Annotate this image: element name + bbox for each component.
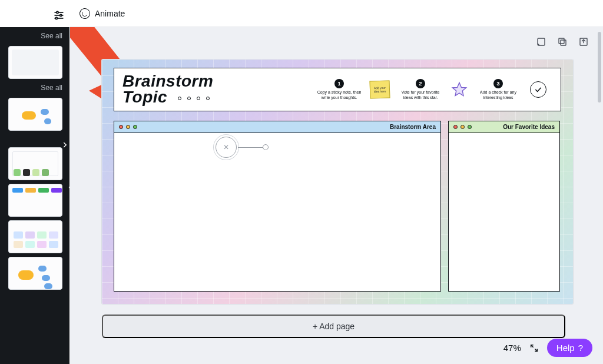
title-dots — [178, 97, 210, 100]
zoom-controls: 47% Help ? — [503, 339, 592, 357]
selected-element-handle[interactable]: ✕ — [213, 134, 269, 160]
chevron-right-icon[interactable] — [59, 139, 69, 151]
animate-icon — [79, 7, 91, 19]
window-dots — [119, 125, 137, 129]
whiteboard-page[interactable]: Brainstorm Topic 1 Copy a sticky note, t… — [102, 59, 573, 304]
step-2: 2 Vote for your favorite ideas with this… — [398, 79, 443, 100]
sticky-note-example: Add your idea here — [369, 80, 390, 98]
zoom-percentage[interactable]: 47% — [503, 343, 521, 353]
star-icon — [451, 81, 468, 98]
template-thumbnail[interactable] — [8, 220, 62, 253]
favorite-ideas-window[interactable]: Our Favorite Ideas — [448, 121, 560, 292]
notes-icon[interactable] — [536, 37, 546, 47]
svg-marker-18 — [452, 82, 466, 95]
slide-header-card[interactable]: Brainstorm Topic 1 Copy a sticky note, t… — [114, 68, 561, 111]
instruction-steps: 1 Copy a sticky note, then write your th… — [317, 79, 552, 100]
template-thumbnail[interactable] — [8, 98, 62, 131]
help-button[interactable]: Help ? — [547, 339, 592, 357]
svg-rect-14 — [561, 40, 566, 45]
see-all-link[interactable]: See all — [8, 31, 62, 44]
vertical-scrollbar[interactable] — [598, 32, 601, 102]
template-thumbnail[interactable] — [8, 147, 62, 180]
window-title: Our Favorite Ideas — [503, 124, 555, 130]
context-toolbar: Animate — [70, 0, 603, 27]
template-thumbnail[interactable] — [8, 257, 62, 290]
collapse-panel-handle[interactable] — [64, 177, 69, 198]
help-icon: ? — [578, 343, 583, 353]
slide-title[interactable]: Brainstorm Topic — [114, 69, 218, 110]
svg-point-7 — [57, 11, 58, 13]
fullscreen-icon[interactable] — [529, 343, 539, 353]
svg-rect-13 — [559, 38, 564, 44]
step-3: 3 Add a check for any interesting ideas — [476, 79, 521, 100]
step-1: 1 Copy a sticky note, then write your th… — [317, 79, 362, 100]
add-page-button[interactable]: + Add page — [102, 315, 565, 338]
duplicate-icon[interactable] — [557, 37, 568, 47]
animate-button[interactable]: Animate — [95, 9, 125, 18]
check-circle-icon — [530, 81, 546, 98]
see-all-link[interactable]: See all — [8, 82, 62, 95]
brainstorm-area-window[interactable]: Brainstorm Area ✕ — [114, 121, 441, 292]
svg-point-11 — [55, 17, 57, 19]
upload-icon[interactable] — [578, 37, 589, 47]
template-panel: See all See all — [0, 0, 69, 364]
template-thumbnail[interactable] — [8, 184, 62, 217]
template-thumbnail[interactable] — [8, 46, 62, 79]
window-dots — [453, 125, 472, 129]
window-title: Brainstorm Area — [390, 124, 436, 130]
filters-icon[interactable] — [52, 8, 66, 22]
page-actions — [536, 37, 589, 47]
help-label: Help — [556, 343, 575, 353]
svg-point-9 — [60, 14, 62, 16]
title-line: Topic — [122, 88, 167, 106]
editor-workspace: Brainstorm Topic 1 Copy a sticky note, t… — [70, 27, 603, 364]
